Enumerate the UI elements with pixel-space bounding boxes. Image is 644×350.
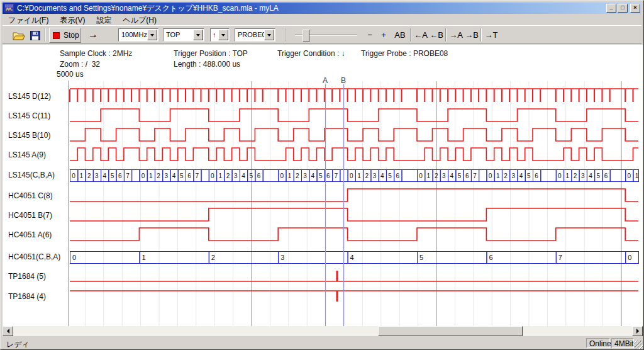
menu-view[interactable]: 表示(V) bbox=[54, 14, 91, 25]
goto-a-fwd-button[interactable]: →A bbox=[448, 28, 464, 42]
info-length: Length : 488.000 us bbox=[174, 60, 240, 69]
channel-label-ls145-bit1: LS145 B(10) bbox=[8, 131, 50, 140]
app-window: C:¥Documents and Settings¥noname¥デスクトップ¥… bbox=[0, 0, 644, 350]
channel-label-hc4051-bit1: HC4051 B(7) bbox=[8, 211, 52, 220]
save-button[interactable] bbox=[28, 28, 43, 42]
trigger-edge-combo[interactable]: ↑ bbox=[210, 28, 230, 42]
scroll-right-button[interactable] bbox=[632, 326, 643, 336]
info-trigger-condition: Trigger Condition : ↓ bbox=[277, 49, 345, 58]
zoom-slider-thumb[interactable] bbox=[303, 30, 309, 42]
toolbar-separator bbox=[45, 28, 46, 42]
goto-a-back-button[interactable]: ←A bbox=[413, 28, 428, 42]
horizontal-scrollbar[interactable] bbox=[3, 326, 643, 336]
info-sample-clock: Sample Clock : 2MHz bbox=[60, 49, 132, 58]
chevron-down-icon bbox=[221, 34, 225, 38]
trigger-position-dropdown-button[interactable] bbox=[193, 30, 203, 40]
stop-label: Stop bbox=[64, 31, 79, 40]
sample-rate-dropdown-button[interactable] bbox=[147, 30, 157, 40]
waveform-canvas[interactable] bbox=[68, 81, 643, 326]
floppy-disk-icon bbox=[30, 31, 40, 40]
channel-label-ls145-bit0: LS145 A(9) bbox=[8, 150, 46, 159]
toolbar-separator bbox=[480, 28, 482, 42]
zoom-in-button[interactable]: + bbox=[377, 28, 390, 42]
channel-label-strobe: LS145 D(12) bbox=[8, 92, 51, 101]
menu-settings[interactable]: 設定 bbox=[91, 14, 117, 25]
toolbar-separator bbox=[285, 28, 286, 42]
menu-file[interactable]: ファイル(F) bbox=[3, 14, 54, 25]
zoom-slider[interactable] bbox=[295, 35, 357, 36]
scrollbar-thumb[interactable] bbox=[378, 326, 523, 336]
minimize-button[interactable]: _ bbox=[606, 4, 616, 13]
toolbar-separator bbox=[445, 28, 447, 42]
time-scale-label: 5000 us bbox=[57, 70, 84, 79]
chevron-down-icon bbox=[150, 34, 154, 38]
chevron-down-icon bbox=[196, 34, 200, 38]
zoom-out-button[interactable]: − bbox=[364, 28, 376, 42]
info-zoom: Zoom : / 32 bbox=[60, 60, 100, 69]
menu-help[interactable]: ヘルプ(H) bbox=[117, 14, 162, 25]
arrow-left-icon bbox=[4, 329, 9, 334]
ab-button[interactable]: AB bbox=[392, 28, 408, 42]
probe-dropdown-button[interactable] bbox=[264, 30, 274, 40]
channel-label-hc4051-bus: HC4051(C,B,A) bbox=[8, 252, 60, 261]
chevron-down-icon bbox=[267, 34, 271, 38]
open-file-button[interactable] bbox=[11, 28, 26, 42]
sample-rate-combo[interactable]: 100MHz bbox=[118, 28, 158, 42]
scroll-left-button[interactable] bbox=[3, 326, 13, 336]
menu-bar: ファイル(F) 表示(V) 設定 ヘルプ(H) bbox=[3, 14, 641, 25]
status-ready-text: レディ bbox=[6, 339, 30, 350]
info-trigger-position: Trigger Position : TOP bbox=[174, 49, 248, 58]
stop-button[interactable]: Stop bbox=[49, 28, 81, 43]
open-folder-icon bbox=[13, 31, 25, 40]
probe-combo[interactable]: PROBE00 bbox=[235, 28, 275, 42]
channel-label-hc4051-bit0: HC4051 A(6) bbox=[8, 230, 52, 239]
client-area: Sample Clock : 2MHz Trigger Position : T… bbox=[3, 45, 643, 326]
info-trigger-probe: Trigger Probe : PROBE08 bbox=[361, 49, 448, 58]
trigger-edge-dropdown-button[interactable] bbox=[218, 30, 228, 40]
status-online-badge: Online bbox=[586, 338, 610, 348]
status-bar: レディ Online 4MBit bbox=[3, 338, 643, 349]
channel-label-ls145-bus: LS145(C,B,A) bbox=[8, 171, 55, 179]
goto-b-fwd-button[interactable]: →B bbox=[464, 28, 479, 42]
toolbar: Stop → 100MHz TOP ↑ PROBE00 − + AB ←A ←B bbox=[3, 25, 641, 44]
channel-label-pulse-high-base: TP1684 (4) bbox=[8, 292, 46, 301]
goto-trigger-button[interactable]: →T bbox=[484, 28, 499, 42]
toolbar-separator bbox=[410, 28, 411, 42]
resize-grip-icon[interactable] bbox=[635, 341, 643, 349]
window-title: C:¥Documents and Settings¥noname¥デスクトップ¥… bbox=[17, 3, 605, 14]
trigger-position-combo[interactable]: TOP bbox=[163, 28, 204, 42]
close-button[interactable]: × bbox=[630, 4, 640, 13]
run-button[interactable]: → bbox=[84, 28, 102, 43]
maximize-button[interactable]: □ bbox=[618, 4, 628, 13]
channel-label-ls145-bit2: LS145 C(11) bbox=[8, 111, 50, 120]
status-memory-badge: 4MBit bbox=[611, 338, 634, 348]
app-icon bbox=[4, 4, 14, 13]
channel-label-hc4051-bit2: HC4051 C(8) bbox=[8, 191, 53, 200]
channel-label-pulse-low-base: TP1684 (5) bbox=[8, 272, 46, 281]
title-bar: C:¥Documents and Settings¥noname¥デスクトップ¥… bbox=[3, 3, 641, 14]
stop-square-icon bbox=[53, 32, 60, 39]
goto-b-back-button[interactable]: ←B bbox=[429, 28, 444, 42]
arrow-right-icon bbox=[636, 329, 641, 334]
